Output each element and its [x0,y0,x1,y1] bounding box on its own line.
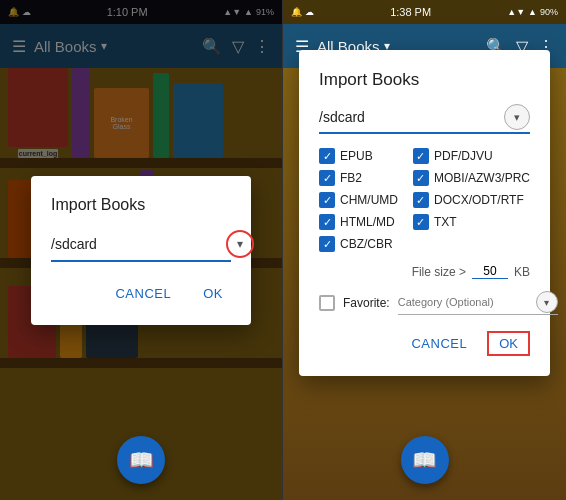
checkbox-txt[interactable]: ✓ TXT [413,214,530,230]
fav-input-row: ▾ [398,291,558,315]
status-right-left-icons: 🔔 ☁ [291,7,314,17]
checkbox-fb2[interactable]: ✓ FB2 [319,170,405,186]
import-dialog-right: Import Books ▾ ✓ EPUB ✓ PDF/DJVU ✓ FB2 [299,50,550,376]
checkbox-txt-label: TXT [434,215,457,229]
chevron-down-icon-left: ▾ [237,237,243,251]
category-chevron-icon: ▾ [544,297,549,308]
status-time-right: 1:38 PM [390,6,431,18]
ok-button-left[interactable]: OK [195,282,231,305]
path-input-left[interactable] [51,236,226,252]
checkbox-chm-label: CHM/UMD [340,193,398,207]
filesize-input[interactable] [472,264,508,279]
category-input[interactable] [398,296,536,308]
filesize-label: File size > [412,265,466,279]
dialog-input-row: ▾ [51,230,231,262]
favorite-checkbox[interactable] [319,295,335,311]
checkbox-mobi-label: MOBI/AZW3/PRC [434,171,530,185]
checkbox-pdf-box[interactable]: ✓ [413,148,429,164]
filesize-row: File size > KB [319,264,530,279]
dialog-actions-right: CANCEL OK [319,331,530,356]
book-icon-right: 📖 [412,448,437,472]
checkbox-chm-box[interactable]: ✓ [319,192,335,208]
checkbox-grid: ✓ EPUB ✓ PDF/DJVU ✓ FB2 ✓ MOBI/AZW3/PRC … [319,148,530,252]
filesize-unit: KB [514,265,530,279]
dialog-overlay-left: Import Books ▾ CANCEL OK [0,0,282,500]
status-bar-right: 🔔 ☁ 1:38 PM ▲▼ ▲ 90% [283,0,566,24]
favorite-label: Favorite: [343,296,390,310]
checkbox-cbz-label: CBZ/CBR [340,237,393,251]
expanded-input-row: ▾ [319,104,530,134]
import-dialog-left: Import Books ▾ CANCEL OK [31,176,251,325]
checkbox-docx[interactable]: ✓ DOCX/ODT/RTF [413,192,530,208]
checkbox-epub-label: EPUB [340,149,373,163]
checkbox-fb2-box[interactable]: ✓ [319,170,335,186]
checkbox-cbz[interactable]: ✓ CBZ/CBR [319,236,405,252]
path-input-right[interactable] [319,109,504,125]
battery-icon-right: 90% [540,7,558,17]
checkbox-docx-label: DOCX/ODT/RTF [434,193,524,207]
checkbox-epub[interactable]: ✓ EPUB [319,148,405,164]
screen-left: current_log BrokenGlass 🔔 ☁ 1:10 PM [0,0,283,500]
checkbox-epub-box[interactable]: ✓ [319,148,335,164]
notification-icon-right: 🔔 [291,7,302,17]
checkbox-chm[interactable]: ✓ CHM/UMD [319,192,405,208]
ok-button-right[interactable]: OK [487,331,530,356]
status-right-right-icons: ▲▼ ▲ 90% [507,7,558,17]
category-dropdown-btn[interactable]: ▾ [536,291,558,313]
dialog-actions-left: CANCEL OK [51,282,231,305]
checkbox-html[interactable]: ✓ HTML/MD [319,214,405,230]
checkbox-cbz-box[interactable]: ✓ [319,236,335,252]
dropdown-button-right[interactable]: ▾ [504,104,530,130]
checkbox-html-box[interactable]: ✓ [319,214,335,230]
checkbox-html-label: HTML/MD [340,215,395,229]
checkbox-txt-box[interactable]: ✓ [413,214,429,230]
screen-right: 🔔 ☁ 1:38 PM ▲▼ ▲ 90% ☰ All Books ▾ 🔍 ▽ ⋮… [283,0,566,500]
checkbox-mobi[interactable]: ✓ MOBI/AZW3/PRC [413,170,530,186]
cancel-button-right[interactable]: CANCEL [403,332,475,355]
fab-right[interactable]: 📖 [401,436,449,484]
cancel-button-left[interactable]: CANCEL [107,282,179,305]
dialog-title-right: Import Books [319,70,530,90]
wifi-icon-right: ▲ [528,7,537,17]
checkbox-mobi-box[interactable]: ✓ [413,170,429,186]
chevron-down-icon-right: ▾ [514,111,520,124]
checkbox-pdf[interactable]: ✓ PDF/DJVU [413,148,530,164]
cloud-icon-right: ☁ [305,7,314,17]
checkbox-fb2-label: FB2 [340,171,362,185]
favorite-row: Favorite: ▾ [319,291,530,315]
book-icon-left: 📖 [129,448,154,472]
dialog-title-left: Import Books [51,196,231,214]
signal-icon-right: ▲▼ [507,7,525,17]
checkbox-docx-box[interactable]: ✓ [413,192,429,208]
checkbox-pdf-label: PDF/DJVU [434,149,493,163]
fab-left[interactable]: 📖 [117,436,165,484]
dropdown-button-left[interactable]: ▾ [226,230,254,258]
